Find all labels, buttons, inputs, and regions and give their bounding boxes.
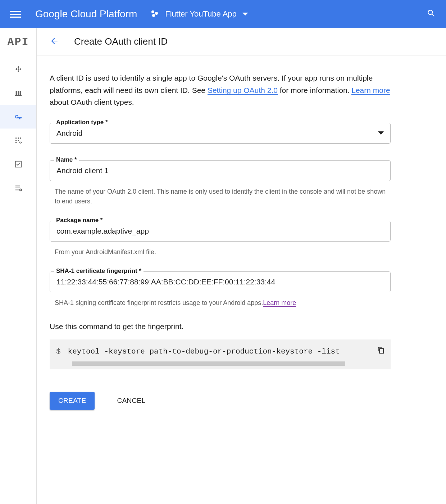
package-name-field: Package name * [50, 221, 391, 242]
svg-point-17 [20, 190, 21, 190]
svg-rect-2 [19, 68, 21, 70]
svg-rect-13 [15, 186, 20, 186]
library-icon [14, 89, 22, 97]
svg-point-11 [15, 142, 17, 144]
svg-point-6 [15, 138, 17, 139]
check-icon [14, 160, 22, 168]
sidebar-item-library[interactable] [0, 81, 36, 105]
application-type-label: Application type * [54, 119, 110, 126]
project-dots-icon [151, 10, 159, 18]
svg-point-8 [20, 138, 21, 139]
sidebar: API [0, 28, 37, 504]
sha1-helper: SHA-1 signing certificate fingerprint re… [55, 298, 391, 308]
back-arrow-icon[interactable] [50, 36, 59, 47]
command-prompt: $ [56, 347, 61, 356]
package-name-label: Package name * [54, 217, 105, 224]
name-input[interactable] [56, 166, 384, 175]
svg-rect-1 [15, 68, 17, 70]
sidebar-item-consent[interactable] [0, 129, 36, 152]
api-section-label: API [7, 28, 29, 57]
svg-point-10 [18, 140, 19, 141]
copy-icon[interactable] [377, 346, 385, 356]
menu-icon[interactable] [10, 9, 21, 19]
svg-rect-15 [15, 190, 18, 190]
chevron-down-icon [378, 131, 384, 135]
svg-point-9 [15, 140, 17, 141]
command-block: $keytool -keystore path-to-debug-or-prod… [50, 339, 391, 369]
project-selector[interactable]: Flutter YouTube App [151, 9, 248, 19]
name-field: Name * [50, 160, 391, 181]
svg-rect-0 [17, 68, 19, 70]
cancel-button[interactable]: CANCEL [108, 392, 154, 410]
app-header: Google Cloud Platform Flutter YouTube Ap… [0, 0, 446, 28]
svg-point-7 [18, 138, 19, 139]
package-helper: From your AndroidManifest.xml file. [55, 247, 391, 257]
setup-oauth-link[interactable]: Setting up OAuth 2.0 [208, 86, 278, 95]
svg-rect-14 [15, 188, 20, 188]
page-header: Create OAuth client ID [37, 28, 446, 55]
sidebar-item-dashboard[interactable] [0, 57, 36, 81]
svg-rect-5 [15, 95, 21, 96]
learn-more-types-link[interactable]: Learn more [351, 86, 390, 95]
dashboard-icon [14, 65, 22, 73]
sha1-field: SHA-1 certificate fingerprint * [50, 271, 391, 292]
svg-rect-4 [17, 70, 19, 72]
search-icon[interactable] [427, 9, 436, 19]
sidebar-item-page-usage[interactable] [0, 176, 36, 200]
create-button[interactable]: CREATE [50, 392, 95, 410]
project-name: Flutter YouTube App [165, 9, 237, 19]
key-icon [14, 113, 22, 121]
sha1-input[interactable] [56, 278, 384, 286]
package-name-input[interactable] [56, 227, 384, 235]
consent-icon [14, 136, 22, 144]
svg-rect-3 [17, 66, 19, 68]
sha1-label: SHA-1 certificate fingerprint * [54, 267, 144, 275]
name-helper: The name of your OAuth 2.0 client. This … [55, 187, 391, 206]
application-type-field: Application type * Android [50, 123, 391, 144]
sha1-learn-more-link[interactable]: Learn more [263, 299, 296, 307]
dropdown-triangle-icon [242, 13, 248, 15]
command-text: keytool -keystore path-to-debug-or-produ… [68, 347, 345, 356]
settings-list-icon [14, 184, 22, 192]
svg-rect-18 [379, 348, 383, 353]
sidebar-item-verification[interactable] [0, 152, 36, 176]
code-scrollbar[interactable] [72, 361, 345, 366]
intro-paragraph: A client ID is used to identify a single… [50, 72, 391, 108]
platform-logo[interactable]: Google Cloud Platform [35, 8, 137, 20]
sidebar-item-credentials[interactable] [0, 105, 36, 129]
page-title: Create OAuth client ID [74, 36, 168, 47]
command-instruction: Use this command to get the fingerprint. [50, 322, 391, 331]
name-label: Name * [54, 156, 79, 163]
